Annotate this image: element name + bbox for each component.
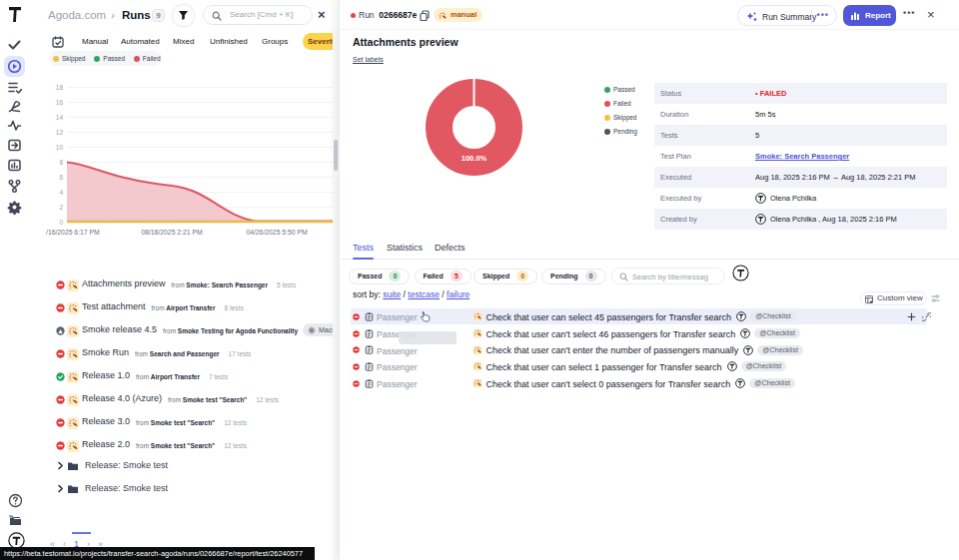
svg-text:8: 8: [59, 159, 63, 166]
svg-text:18: 18: [56, 84, 64, 91]
svg-text:16: 16: [56, 99, 64, 106]
svg-text:/16/2025 6:17 PM: /16/2025 6:17 PM: [46, 229, 100, 236]
svg-text:6: 6: [59, 174, 63, 181]
svg-text:0: 0: [59, 219, 63, 226]
svg-text:100.0%: 100.0%: [462, 154, 487, 163]
svg-text:10: 10: [56, 144, 64, 151]
svg-text:2: 2: [59, 204, 63, 211]
svg-text:08/18/2025 2:21 PM: 08/18/2025 2:21 PM: [141, 229, 203, 236]
svg-text:12: 12: [56, 129, 64, 136]
svg-text:4: 4: [59, 189, 63, 196]
svg-text:14: 14: [56, 114, 64, 121]
svg-text:04/26/2025 5:50 PM: 04/26/2025 5:50 PM: [246, 229, 308, 236]
